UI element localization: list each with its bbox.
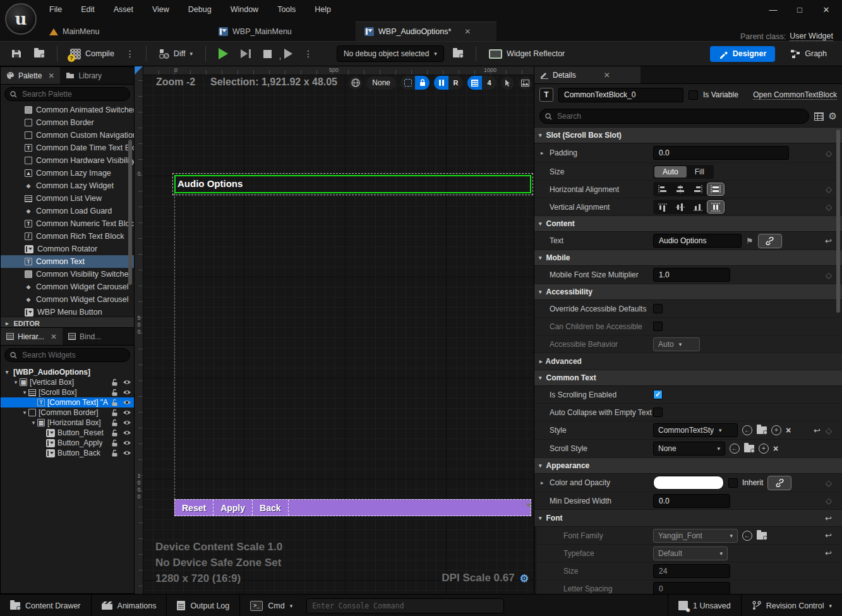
palette-search[interactable]: [4, 87, 130, 101]
visibility-eye-icon[interactable]: [123, 420, 131, 426]
section-content[interactable]: ▾Content: [534, 216, 842, 232]
menu-tools[interactable]: Tools: [268, 3, 304, 16]
section-appearance[interactable]: ▾Appearance: [534, 458, 842, 474]
screenshot-button[interactable]: [519, 76, 532, 90]
auto-collapse-checkbox[interactable]: [653, 408, 663, 417]
launch-button[interactable]: [280, 46, 296, 61]
palette-item[interactable]: Common Animated Switcher: [1, 104, 134, 116]
close-button[interactable]: ✕: [814, 1, 838, 18]
browse-debug-object-button[interactable]: [449, 47, 467, 60]
details-search-input[interactable]: [556, 111, 803, 121]
visibility-eye-icon[interactable]: [123, 379, 131, 385]
designer-mode-button[interactable]: Designer: [710, 46, 776, 62]
maximize-button[interactable]: □: [788, 1, 812, 18]
palette-item[interactable]: WBP Menu Button: [1, 306, 134, 317]
parent-class-link[interactable]: User Widget: [790, 32, 833, 41]
clear-asset-icon[interactable]: ×: [786, 425, 791, 435]
tree-row[interactable]: T[Common Text] "A: [1, 397, 134, 408]
details-search[interactable]: [539, 109, 809, 124]
palette-item[interactable]: ◆Common Lazy Widget: [1, 179, 134, 192]
tab-details[interactable]: Details ✕: [534, 66, 641, 83]
bind-color-button[interactable]: [767, 476, 791, 490]
menu-asset[interactable]: Asset: [105, 3, 142, 16]
localization-flag-icon[interactable]: ⚑: [746, 236, 754, 246]
common-text-widget[interactable]: Audio Options: [174, 175, 531, 193]
revert-icon[interactable]: ↩: [825, 236, 832, 246]
valign-bottom-button[interactable]: [690, 201, 706, 213]
tree-row[interactable]: ▾[Scroll Box]: [1, 387, 134, 397]
section-mobile[interactable]: ▾Mobile: [534, 250, 842, 266]
cursor-select-button[interactable]: [501, 76, 514, 90]
menu-debug[interactable]: Debug: [179, 3, 220, 16]
color-swatch[interactable]: [653, 476, 724, 490]
tree-row[interactable]: ▾[WBP_AudioOptions]: [1, 367, 134, 377]
browse-asset-icon[interactable]: [757, 532, 767, 540]
tab-palette[interactable]: Palette ✕: [1, 67, 60, 84]
unlock-icon[interactable]: [111, 399, 118, 406]
browse-asset-icon[interactable]: [744, 445, 754, 452]
tree-row[interactable]: ▾▥[Horizontal Box]: [1, 418, 134, 428]
section-accessibility[interactable]: ▾Accessibility: [534, 284, 842, 300]
preview-background-dropdown[interactable]: None: [366, 76, 396, 90]
palette-item[interactable]: TCommon Text: [1, 255, 134, 268]
unlock-icon[interactable]: [111, 439, 118, 447]
designer-canvas[interactable]: 0 500 1000 0 500 1000 Zoom -2 Selection:…: [135, 66, 534, 594]
stop-button[interactable]: [260, 47, 275, 61]
tree-row[interactable]: Button_Reset: [1, 428, 134, 438]
expander-icon[interactable]: ▾: [3, 369, 11, 375]
apply-button-widget[interactable]: Apply: [214, 500, 253, 516]
clear-asset-icon[interactable]: ×: [773, 444, 778, 454]
display-filter-icon[interactable]: [814, 112, 824, 121]
visibility-eye-icon[interactable]: [123, 399, 131, 406]
bind-text-button[interactable]: [758, 234, 782, 248]
create-new-asset-icon[interactable]: +: [759, 444, 769, 454]
tree-row[interactable]: ▾▤[Vertical Box]: [1, 377, 134, 387]
palette-item[interactable]: Common Border: [1, 116, 134, 129]
mobile-font-multiplier-input[interactable]: [653, 268, 730, 282]
unlock-icon[interactable]: [111, 378, 118, 386]
tree-row[interactable]: Button_Back: [1, 448, 134, 458]
unlock-icon[interactable]: [111, 429, 118, 437]
menu-view[interactable]: View: [143, 3, 178, 16]
details-settings-gear-icon[interactable]: ⚙: [829, 111, 837, 122]
unsaved-assets-button[interactable]: 1 Unsaved: [668, 595, 742, 616]
palette-item[interactable]: TCommon Date Time Text Block: [1, 142, 134, 154]
section-slot[interactable]: ▾Slot (Scroll Box Slot): [534, 128, 842, 143]
palette-item[interactable]: Common Hardware Visibility Border: [1, 154, 134, 167]
section-common-text[interactable]: ▾Common Text: [534, 370, 842, 386]
tab-close-icon[interactable]: ✕: [464, 27, 471, 36]
menu-window[interactable]: Window: [222, 3, 267, 16]
cmd-dropdown[interactable]: >_ Cmd ▾: [240, 595, 303, 616]
output-log-button[interactable]: Output Log: [167, 595, 240, 616]
console-command-input[interactable]: [306, 598, 504, 613]
unlock-icon[interactable]: [111, 389, 118, 396]
tab-close-icon[interactable]: ✕: [51, 332, 57, 341]
play-button[interactable]: [215, 45, 232, 62]
hierarchy-search-input[interactable]: [21, 350, 124, 360]
use-selected-asset-icon[interactable]: ←: [742, 531, 752, 541]
inherit-checkbox[interactable]: [728, 478, 738, 488]
hierarchy-search[interactable]: [4, 348, 130, 362]
back-button-widget[interactable]: Back: [253, 500, 288, 516]
widget-reflector-button[interactable]: Widget Reflector: [485, 47, 568, 61]
palette-item[interactable]: Common Rotator: [1, 243, 134, 255]
revert-icon[interactable]: ↩: [825, 531, 832, 540]
palette-item[interactable]: ◆Common Widget Carousel: [1, 281, 134, 293]
reset-to-default-icon[interactable]: ◇: [826, 478, 832, 488]
expander-icon[interactable]: ▸: [541, 480, 546, 486]
expander-icon[interactable]: ▸: [541, 150, 546, 156]
reset-to-default-icon[interactable]: ◇: [826, 148, 832, 158]
grid-snap-size[interactable]: 4: [482, 76, 496, 90]
menu-edit[interactable]: Edit: [72, 3, 104, 16]
use-selected-asset-icon[interactable]: ←: [730, 444, 740, 454]
marquee-select-toggle[interactable]: [400, 76, 415, 90]
palette-item[interactable]: TCommon Numeric Text Block: [1, 217, 134, 230]
visibility-eye-icon[interactable]: [123, 389, 131, 396]
unlock-icon[interactable]: [111, 409, 118, 416]
palette-item[interactable]: /Common Rich Text Block: [1, 230, 134, 243]
frame-skip-button[interactable]: [237, 47, 255, 61]
graph-mode-button[interactable]: Graph: [786, 47, 831, 61]
accessible-behavior-dropdown[interactable]: Auto▾: [653, 337, 700, 351]
create-new-asset-icon[interactable]: +: [771, 425, 781, 435]
lock-widgets-toggle[interactable]: [415, 76, 430, 90]
